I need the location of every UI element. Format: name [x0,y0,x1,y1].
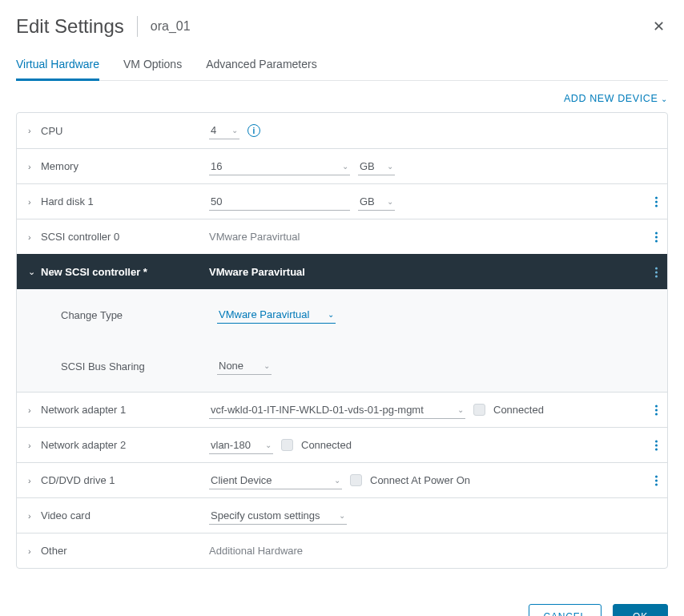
tab-advanced-parameters[interactable]: Advanced Parameters [206,56,317,81]
newscsi-label: New SCSI controller * [41,266,209,278]
bus-sharing-value: None [219,360,243,372]
video-value: Specify custom settings [211,509,320,521]
memory-unit-select[interactable]: GB ⌄ [358,158,395,175]
dialog-footer: CANCEL OK [16,569,668,616]
hdd1-label: Hard disk 1 [41,195,209,207]
net1-connected-checkbox[interactable] [473,404,485,416]
add-device-row: ADD NEW DEVICE ⌄ [16,81,668,112]
chevron-right-icon[interactable]: › [28,162,41,171]
cancel-button[interactable]: CANCEL [529,604,602,616]
row-new-scsi-controller: ⌄ New SCSI controller * VMware Paravirtu… [17,254,667,289]
close-icon[interactable]: ✕ [650,14,668,38]
chevron-down-icon: ⌄ [334,476,340,485]
hdd1-unit-select[interactable]: GB ⌄ [358,193,395,211]
bus-sharing-label: SCSI Bus Sharing [61,360,217,372]
chevron-right-icon[interactable]: › [28,511,41,521]
tab-bar: Virtual Hardware VM Options Advanced Par… [16,56,668,81]
cpu-label: CPU [41,125,209,137]
chevron-right-icon[interactable]: › [28,546,41,556]
dialog-header: Edit Settings ora_01 ✕ [16,0,668,56]
net1-value: vcf-wkld-01-IT-INF-WKLD-01-vds-01-pg-mgm… [211,404,424,416]
add-device-label: ADD NEW DEVICE [564,93,658,104]
memory-input[interactable]: 16 ⌄ [209,158,350,175]
net2-connected-label: Connected [301,439,352,451]
chevron-down-icon: ⌄ [339,511,345,520]
dialog-subtitle: ora_01 [151,19,191,34]
net1-connected-label: Connected [493,404,544,416]
hdd1-size-input[interactable] [209,193,350,211]
scsi0-label: SCSI controller 0 [41,231,209,243]
chevron-down-icon: ⌄ [387,162,393,171]
memory-label: Memory [41,160,209,172]
chevron-right-icon[interactable]: › [28,405,41,415]
net1-select[interactable]: vcf-wkld-01-IT-INF-WKLD-01-vds-01-pg-mgm… [209,401,465,419]
chevron-down-icon: ⌄ [328,310,334,319]
kebab-icon[interactable] [655,267,658,277]
row-scsi-bus-sharing: SCSI Bus Sharing None ⌄ [17,340,667,392]
net1-label: Network adapter 1 [41,404,209,416]
cpu-select[interactable]: 4 ⌄ [209,122,239,139]
add-new-device-button[interactable]: ADD NEW DEVICE ⌄ [564,93,668,104]
other-value: Additional Hardware [209,545,303,557]
title-divider [137,16,138,37]
edit-settings-dialog: Edit Settings ora_01 ✕ Virtual Hardware … [0,0,684,616]
cd-label: CD/DVD drive 1 [41,474,209,486]
info-icon[interactable]: i [247,124,260,137]
cd-connect-checkbox[interactable] [350,474,362,486]
row-hard-disk-1: › Hard disk 1 GB ⌄ [17,183,667,219]
chevron-right-icon[interactable]: › [28,126,41,135]
bus-sharing-select[interactable]: None ⌄ [217,357,272,375]
chevron-right-icon[interactable]: › [28,197,41,207]
net2-connected-checkbox[interactable] [281,439,293,451]
kebab-icon[interactable] [655,232,658,242]
cpu-value: 4 [211,124,216,136]
change-type-select[interactable]: VMware Paravirtual ⌄ [217,306,336,324]
scsi0-value: VMware Paravirtual [209,231,300,243]
kebab-icon[interactable] [655,440,658,450]
chevron-down-icon: ⌄ [264,361,270,370]
hdd1-unit: GB [360,195,375,207]
newscsi-value: VMware Paravirtual [209,266,305,278]
row-network-adapter-2: › Network adapter 2 vlan-180 ⌄ Connected [17,427,667,462]
cd-select[interactable]: Client Device ⌄ [209,472,342,489]
row-network-adapter-1: › Network adapter 1 vcf-wkld-01-IT-INF-W… [17,392,667,427]
cd-connect-label: Connect At Power On [370,474,470,486]
row-change-type: Change Type VMware Paravirtual ⌄ [17,289,667,340]
memory-unit: GB [360,160,375,172]
row-cpu: › CPU 4 ⌄ i [17,113,667,148]
dialog-title: Edit Settings [16,15,124,38]
ok-button[interactable]: OK [613,604,668,616]
chevron-down-icon: ⌄ [342,162,348,171]
chevron-down-icon[interactable]: ⌄ [28,267,41,277]
kebab-icon[interactable] [655,196,658,207]
chevron-down-icon: ⌄ [265,441,272,449]
video-label: Video card [41,509,209,521]
cd-value: Client Device [211,474,272,486]
tab-virtual-hardware[interactable]: Virtual Hardware [16,56,99,81]
kebab-icon[interactable] [655,475,658,485]
other-label: Other [41,545,209,557]
net2-value: vlan-180 [211,439,251,451]
row-memory: › Memory 16 ⌄ GB ⌄ [17,148,667,183]
row-cd-dvd-drive-1: › CD/DVD drive 1 Client Device ⌄ Connect… [17,462,667,497]
chevron-right-icon[interactable]: › [28,441,41,450]
row-other: › Other Additional Hardware [17,533,667,568]
chevron-down-icon: ⌄ [457,405,464,414]
net2-label: Network adapter 2 [41,439,209,451]
change-type-value: VMware Paravirtual [219,308,309,320]
chevron-down-icon: ⌄ [231,126,238,135]
chevron-right-icon[interactable]: › [28,232,41,242]
row-scsi-controller-0: › SCSI controller 0 VMware Paravirtual [17,219,667,254]
change-type-label: Change Type [61,309,217,321]
memory-value: 16 [211,160,222,172]
net2-select[interactable]: vlan-180 ⌄ [209,437,273,454]
video-select[interactable]: Specify custom settings ⌄ [209,507,347,525]
kebab-icon[interactable] [655,405,658,415]
row-video-card: › Video card Specify custom settings ⌄ [17,497,667,533]
chevron-right-icon[interactable]: › [28,476,41,485]
chevron-down-icon: ⌄ [387,197,393,206]
tab-vm-options[interactable]: VM Options [123,56,182,81]
chevron-down-icon: ⌄ [661,95,668,103]
hardware-panel: › CPU 4 ⌄ i › Memory 16 ⌄ GB ⌄ [16,112,668,569]
